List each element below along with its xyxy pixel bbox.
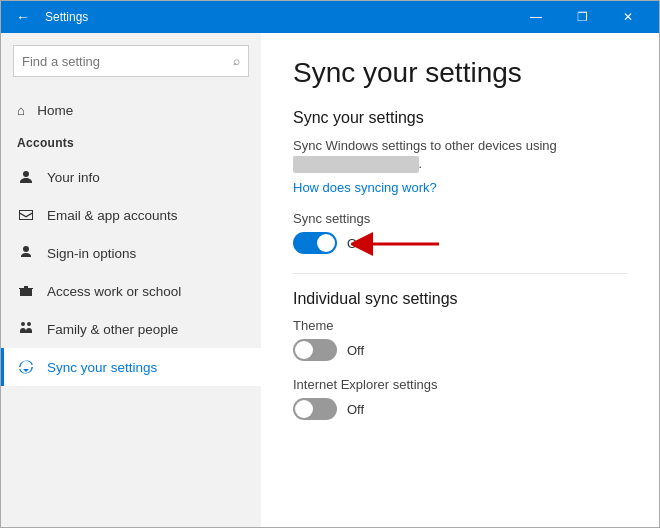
sidebar: ⌕ ⌂ Home Accounts Your info [1, 33, 261, 527]
sync-toggle-row: On [293, 232, 364, 254]
theme-toggle-row: Off [293, 339, 627, 361]
sidebar-item-signin[interactable]: Sign-in options [1, 234, 261, 272]
signin-label: Sign-in options [47, 246, 136, 261]
sync-toggle[interactable] [293, 232, 337, 254]
annotation-arrow [351, 224, 441, 264]
sync-label: Sync your settings [47, 360, 157, 375]
ie-toggle-knob [295, 400, 313, 418]
email-accounts-label: Email & app accounts [47, 208, 178, 223]
email-icon [17, 206, 35, 224]
window-title: Settings [45, 10, 513, 24]
sidebar-item-sync[interactable]: Sync your settings [1, 348, 261, 386]
sidebar-section-label: Accounts [1, 132, 261, 158]
maximize-button[interactable]: ❐ [559, 1, 605, 33]
ie-label: Internet Explorer settings [293, 377, 627, 392]
divider [293, 273, 627, 274]
theme-label: Theme [293, 318, 627, 333]
home-icon: ⌂ [17, 103, 25, 118]
sidebar-item-family[interactable]: Family & other people [1, 310, 261, 348]
email-blurred: ••••••••@g••••l.com [293, 156, 419, 173]
your-info-label: Your info [47, 170, 100, 185]
sidebar-item-your-info[interactable]: Your info [1, 158, 261, 196]
search-icon: ⌕ [233, 54, 240, 68]
sync-settings-label: Sync settings [293, 211, 627, 226]
home-label: Home [37, 103, 73, 118]
main-content: Sync your settings Sync your settings Sy… [261, 33, 659, 527]
theme-toggle-knob [295, 341, 313, 359]
settings-window: ← Settings — ❐ ✕ ⌕ ⌂ Home Accounts [0, 0, 660, 528]
sync-settings-row: Sync settings On [293, 211, 627, 257]
sync-icon [17, 358, 35, 376]
ie-toggle[interactable] [293, 398, 337, 420]
sync-toggle-knob [317, 234, 335, 252]
search-input[interactable] [22, 54, 233, 69]
back-button[interactable]: ← [9, 3, 37, 31]
theme-row: Theme Off [293, 318, 627, 361]
sidebar-item-home[interactable]: ⌂ Home [1, 93, 261, 128]
close-button[interactable]: ✕ [605, 1, 651, 33]
work-icon [17, 282, 35, 300]
sync-section-title: Sync your settings [293, 109, 627, 127]
individual-sync-title: Individual sync settings [293, 290, 627, 308]
page-title: Sync your settings [293, 57, 627, 89]
ie-row: Internet Explorer settings Off [293, 377, 627, 420]
how-syncing-link[interactable]: How does syncing work? [293, 180, 437, 195]
titlebar: ← Settings — ❐ ✕ [1, 1, 659, 33]
search-box[interactable]: ⌕ [13, 45, 249, 77]
user-icon [17, 168, 35, 186]
theme-toggle[interactable] [293, 339, 337, 361]
minimize-button[interactable]: — [513, 1, 559, 33]
theme-toggle-status: Off [347, 343, 364, 358]
family-label: Family & other people [47, 322, 178, 337]
sidebar-item-work-school[interactable]: Access work or school [1, 272, 261, 310]
back-icon: ← [16, 9, 30, 25]
sidebar-item-email[interactable]: Email & app accounts [1, 196, 261, 234]
window-body: ⌕ ⌂ Home Accounts Your info [1, 33, 659, 527]
ie-toggle-row: Off [293, 398, 627, 420]
ie-toggle-status: Off [347, 402, 364, 417]
signin-icon [17, 244, 35, 262]
family-icon [17, 320, 35, 338]
work-school-label: Access work or school [47, 284, 181, 299]
sync-description: Sync Windows settings to other devices u… [293, 137, 627, 173]
window-controls: — ❐ ✕ [513, 1, 651, 33]
